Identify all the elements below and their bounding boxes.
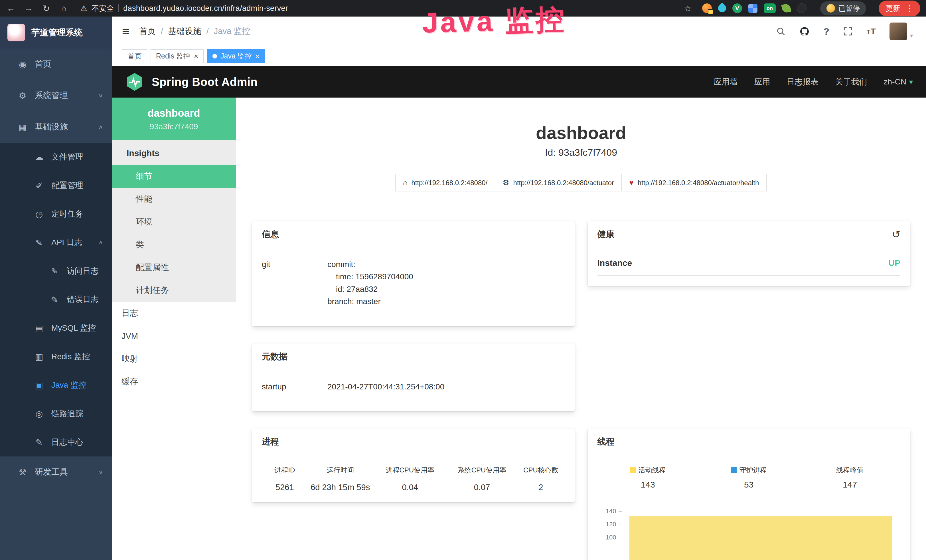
metadata-value: 2021-04-27T00:44:31.254+08:00 [327,381,444,393]
git-time-line: time: 1596289704000 [327,271,413,283]
cron-icon: ◷ [34,209,44,219]
breadcrumb-infra[interactable]: 基础设施 [168,26,201,37]
forward-icon[interactable]: → [23,3,34,13]
sba-item-logs[interactable]: 日志 [112,302,236,325]
address-bar[interactable]: ⚠ 不安全 dashboard.yudao.iocoder.cn/infra/a… [80,3,288,14]
process-header-pid: 进程ID [262,466,308,475]
metadata-card-title: 元数据 [262,351,287,363]
omnibox-divider [118,4,119,12]
process-header-cores: CPU核心数 [517,466,565,475]
tab-home[interactable]: 首页 [122,49,147,63]
close-icon[interactable]: × [255,53,260,60]
url-text[interactable]: dashboard.yudao.iocoder.cn/infra/admin-s… [123,4,288,13]
close-icon[interactable]: × [194,53,198,60]
extension-on-icon[interactable]: on [764,3,776,13]
log-center-icon: ✎ [34,437,44,447]
sba-item-caches[interactable]: 缓存 [112,370,236,393]
process-header-syscpu: 系统CPU使用率 [447,466,517,475]
sidebar-item-log-center[interactable]: ✎ 日志中心 [0,428,112,456]
breadcrumb-home[interactable]: 首页 [139,26,156,37]
sba-item-environment[interactable]: 环境 [112,210,236,233]
security-label[interactable]: 不安全 [92,3,114,14]
chevron-up-icon: ∧ [98,240,103,246]
hamburger-icon[interactable]: ≡ [122,25,130,38]
tab-java-monitor[interactable]: Java 监控 × [207,49,265,63]
sidebar-item-error-log[interactable]: ✎ 错误日志 [0,285,112,314]
locale-label: zh-CN [884,77,906,86]
reload-icon[interactable]: ↻ [41,3,51,14]
extension-grid-icon[interactable] [748,4,758,13]
threads-card-body: 活动线程 143 守护进程 [588,455,910,560]
extension-drop-icon[interactable] [716,3,728,14]
legend-label: 活动线程 [639,466,666,475]
sidebar-item-label: Redis 监控 [51,351,90,362]
sba-nav-journal[interactable]: 日志报表 [787,76,819,87]
sba-nav-applications[interactable]: 应用 [754,76,770,87]
app-header: ≡ 首页 / 基础设施 / Java 监控 [112,17,926,46]
info-key: git [262,258,327,308]
help-icon[interactable]: ? [823,26,829,37]
main-sidebar: 芋道管理系统 ◉ 首页 ⚙ 系统管理 ∨ ▦ 基础设施 ∧ [0,17,112,560]
sidebar-item-api-log[interactable]: ✎ API 日志 ∧ [0,228,112,257]
app-logo[interactable]: 芋道管理系统 [0,17,112,48]
sidebar-item-file-manage[interactable]: ☁ 文件管理 [0,143,112,171]
extension-leaf-icon[interactable] [781,3,791,14]
dev-tools-icon: ⚒ [17,467,28,477]
main-column: ≡ 首页 / 基础设施 / Java 监控 [112,17,926,560]
font-size-icon[interactable]: тT [866,27,876,36]
metadata-card-body: startup 2021-04-27T00:44:31.254+08:00 [252,370,575,412]
update-button[interactable]: 更新 ⋮ [879,1,920,16]
instance-links: ⌂ http://192.168.0.2:48080/ ⚙ http://192… [252,174,910,191]
search-icon[interactable] [776,27,786,36]
legend-peak-threads: 线程峰值 147 [799,466,900,490]
extension-orange-icon[interactable] [702,3,712,13]
sidebar-item-redis-monitor[interactable]: ▥ Redis 监控 [0,342,112,371]
sidebar-item-infra[interactable]: ▦ 基础设施 ∧ [0,111,112,143]
sidebar-item-system[interactable]: ⚙ 系统管理 ∨ [0,80,112,111]
file-icon: ☁ [34,152,44,162]
sidebar-item-config-manage[interactable]: ✐ 配置管理 [0,171,112,200]
sba-item-classes[interactable]: 类 [112,233,236,256]
user-avatar[interactable]: ▾ [890,23,913,40]
extension-paw-icon[interactable] [797,3,806,13]
legend-live-threads: 活动线程 143 [598,466,698,490]
back-icon[interactable]: ← [6,3,16,13]
sidebar-item-cron-job[interactable]: ◷ 定时任务 [0,200,112,228]
sidebar-item-home[interactable]: ◉ 首页 [0,48,112,80]
sba-item-details[interactable]: 细节 [112,165,236,188]
sba-app-block[interactable]: dashboard 93a3fc7f7409 [112,98,236,140]
sba-locale-select[interactable]: zh-CN ▾ [884,77,913,86]
service-url-link[interactable]: ⌂ http://192.168.0.2:48080/ [395,174,495,191]
legend-blue-swatch [731,467,737,473]
bookmark-star-icon[interactable]: ☆ [683,3,693,14]
sba-item-jvm[interactable]: JVM [112,325,236,348]
browser-menu-icon[interactable]: ⋮ [905,4,914,13]
github-icon[interactable] [799,26,809,36]
sidebar-item-dev-tools[interactable]: ⚒ 研发工具 ∨ [0,456,112,488]
extensions-cluster: V on [702,3,806,13]
sba-item-mappings[interactable]: 映射 [112,348,236,370]
sba-item-config-props[interactable]: 配置属性 [112,256,236,279]
process-table: 进程ID 运行时间 进程CPU使用率 系统CPU使用率 CPU核心数 5261 … [262,466,565,492]
sidebar-item-access-log[interactable]: ✎ 访问日志 [0,257,112,285]
sba-nav-wallboard[interactable]: 应用墙 [714,76,738,87]
git-commit-line: commit: [327,258,413,271]
sba-item-scheduled-tasks[interactable]: 计划任务 [112,279,236,302]
sidebar-item-tracing[interactable]: ◎ 链路追踪 [0,400,112,428]
fullscreen-icon[interactable] [843,27,853,36]
health-instance-row[interactable]: Instance UP [598,258,900,275]
sba-nav-about[interactable]: 关于我们 [835,76,867,87]
profile-paused-badge[interactable]: 已暂停 [820,2,866,15]
tab-redis-monitor[interactable]: Redis 监控 × [151,49,204,63]
spring-boot-admin: Spring Boot Admin 应用墙 应用 日志报表 关于我们 zh-CN… [112,66,926,560]
history-icon[interactable]: ↺ [892,229,900,240]
sba-item-metrics[interactable]: 性能 [112,188,236,210]
actuator-url-link[interactable]: ⚙ http://192.168.0.2:48080/actuator [495,174,622,191]
health-url-link[interactable]: ♥ http://192.168.0.2:48080/actuator/heal… [622,174,767,191]
sba-section-title: Insights [112,140,236,165]
sidebar-item-java-monitor[interactable]: ▣ Java 监控 [0,371,112,400]
paused-label: 已暂停 [838,4,860,13]
extension-v-icon[interactable]: V [732,3,742,13]
sidebar-item-mysql-monitor[interactable]: ▤ MySQL 监控 [0,314,112,342]
home-icon[interactable]: ⌂ [59,3,69,13]
